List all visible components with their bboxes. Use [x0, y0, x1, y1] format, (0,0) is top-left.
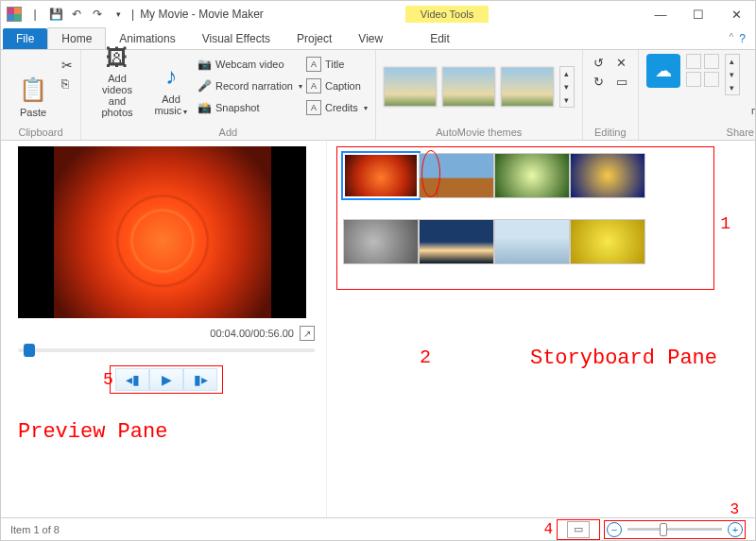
- close-button[interactable]: ✕: [717, 1, 755, 27]
- app-icon[interactable]: [5, 5, 24, 24]
- preview-frame-image: [54, 146, 271, 318]
- record-narration-button[interactable]: 🎤Record narration▾: [197, 76, 302, 96]
- prev-frame-button[interactable]: ◂▮: [115, 368, 149, 391]
- preview-canvas[interactable]: [18, 146, 306, 318]
- tab-edit[interactable]: Edit: [417, 28, 463, 49]
- annotation-5: 5: [103, 370, 113, 389]
- copy-icon[interactable]: ⎘: [61, 76, 73, 91]
- tab-home[interactable]: Home: [47, 27, 106, 49]
- add-music-button[interactable]: ♪ Add music ▾: [149, 54, 193, 120]
- credits-button[interactable]: ACredits▾: [306, 97, 368, 118]
- ribbon-collapse-icon[interactable]: ^: [730, 32, 734, 45]
- rotate-right-icon[interactable]: ↻: [591, 73, 608, 90]
- clip-strip: [343, 153, 708, 198]
- save-movie-button[interactable]: 🎞 Save movie ▾: [746, 54, 756, 120]
- group-automovie: ▴▾▾ AutoMovie themes: [376, 50, 583, 140]
- title-icon: A: [306, 57, 321, 72]
- theme-gallery[interactable]: ▴▾▾: [384, 66, 575, 108]
- clip-thumbnail[interactable]: [343, 219, 419, 264]
- clip-thumbnail[interactable]: [494, 153, 570, 198]
- title-button[interactable]: ATitle: [306, 54, 368, 75]
- caption-icon: A: [306, 78, 321, 93]
- share-target-icon[interactable]: [704, 72, 719, 87]
- save-icon[interactable]: 💾: [46, 5, 65, 24]
- tab-file[interactable]: File: [3, 28, 47, 49]
- snapshot-button[interactable]: 📸Snapshot: [197, 97, 302, 118]
- playback-controls: ◂▮ ▶ ▮▸: [110, 365, 223, 394]
- paste-button[interactable]: 📋 Paste: [9, 54, 58, 120]
- undo-icon[interactable]: ↶: [67, 5, 86, 24]
- annotation-playhead-circle: [421, 150, 440, 197]
- theme-thumb[interactable]: [442, 67, 495, 107]
- clip-thumbnail[interactable]: [419, 219, 494, 264]
- context-tab-video-tools: Video Tools: [405, 6, 489, 23]
- playback-time: 00:04.00/00:56.00: [210, 328, 294, 339]
- add-videos-icon: 🖼: [102, 44, 132, 71]
- onedrive-icon[interactable]: ☁: [646, 54, 680, 88]
- group-clipboard: 📋 Paste ✂ ⎘ Clipboard: [1, 50, 81, 140]
- group-label-themes: AutoMovie themes: [384, 125, 575, 138]
- quick-access-toolbar: | 💾 ↶ ↷ ▾: [1, 5, 131, 24]
- group-label-clipboard: Clipboard: [9, 125, 73, 138]
- clip-thumbnail[interactable]: [494, 219, 570, 264]
- zoom-in-button[interactable]: +: [728, 522, 743, 537]
- theme-thumb[interactable]: [501, 67, 554, 107]
- zoom-control: − +: [607, 522, 743, 537]
- annotation-4: 4: [543, 521, 553, 538]
- qat-dropdown-icon[interactable]: ▾: [109, 5, 128, 24]
- add-videos-button[interactable]: 🖼 Add videos and photos: [89, 54, 146, 120]
- fullscreen-icon[interactable]: ↗: [300, 326, 315, 341]
- group-editing: ↺ ↻ ✕ ▭ Editing: [583, 50, 639, 140]
- gallery-more[interactable]: ▴▾▾: [559, 66, 575, 108]
- share-target-icon[interactable]: [704, 54, 719, 69]
- ribbon: 📋 Paste ✂ ⎘ Clipboard 🖼 Add videos and p…: [1, 50, 755, 141]
- caption-button[interactable]: ACaption: [306, 76, 368, 96]
- thumbnail-size-button[interactable]: ▭: [567, 521, 590, 538]
- redo-icon[interactable]: ↷: [88, 5, 107, 24]
- webcam-icon: 📷: [197, 57, 212, 72]
- music-note-icon: ♪: [156, 61, 186, 92]
- zoom-out-button[interactable]: −: [607, 522, 622, 537]
- share-target-icon[interactable]: [686, 72, 701, 87]
- play-button[interactable]: ▶: [149, 368, 183, 391]
- zoom-slider[interactable]: [627, 528, 722, 531]
- minimize-button[interactable]: —: [642, 1, 679, 27]
- tab-view[interactable]: View: [345, 28, 396, 49]
- group-add: 🖼 Add videos and photos ♪ Add music ▾ 📷W…: [81, 50, 376, 140]
- qat-separator: |: [26, 5, 44, 24]
- select-all-icon[interactable]: ▭: [613, 73, 630, 90]
- share-target-icon[interactable]: [686, 54, 701, 69]
- snapshot-icon: 📸: [197, 100, 212, 115]
- annotation-1: 1: [720, 214, 730, 233]
- webcam-button[interactable]: 📷Webcam video: [197, 54, 302, 75]
- window-titlebar: | 💾 ↶ ↷ ▾ | My Movie - Movie Maker Video…: [1, 1, 755, 27]
- share-more[interactable]: ▴▾▾: [725, 54, 740, 95]
- tab-visual-effects[interactable]: Visual Effects: [189, 28, 284, 49]
- clip-thumbnail[interactable]: [570, 153, 645, 198]
- group-label-share: Share: [646, 125, 756, 138]
- credits-icon: A: [306, 100, 321, 115]
- group-share: ☁ ▴▾▾ 🎞 Save movie ▾ 👤 Sign in Share: [639, 50, 756, 140]
- rotate-left-icon[interactable]: ↺: [591, 54, 608, 71]
- theme-thumb[interactable]: [384, 67, 437, 107]
- annotation-box-3: − +: [604, 520, 746, 539]
- window-controls: — ☐ ✕: [642, 1, 755, 27]
- seek-thumb[interactable]: [24, 344, 35, 357]
- annotation-storyboard-label: Storyboard Pane: [530, 347, 717, 370]
- tab-project[interactable]: Project: [284, 28, 345, 49]
- maximize-button[interactable]: ☐: [679, 1, 717, 27]
- delete-icon[interactable]: ✕: [613, 54, 630, 71]
- zoom-thumb[interactable]: [660, 523, 667, 536]
- clip-thumbnail[interactable]: [570, 219, 645, 264]
- clip-thumbnail[interactable]: [343, 153, 419, 198]
- status-bar: Item 1 of 8 4 ▭ − + 3: [1, 517, 755, 540]
- annotation-box-4: ▭: [557, 519, 600, 540]
- group-label-add: Add: [89, 125, 368, 138]
- seek-slider[interactable]: [18, 348, 315, 352]
- preview-pane: 00:04.00/00:56.00 ↗ 5 ◂▮ ▶ ▮▸ Preview Pa…: [1, 141, 327, 517]
- status-item-count: Item 1 of 8: [10, 524, 60, 535]
- help-icon[interactable]: ?: [739, 32, 746, 45]
- next-frame-button[interactable]: ▮▸: [183, 368, 217, 391]
- clipboard-icon: 📋: [18, 75, 48, 105]
- cut-icon[interactable]: ✂: [61, 58, 73, 73]
